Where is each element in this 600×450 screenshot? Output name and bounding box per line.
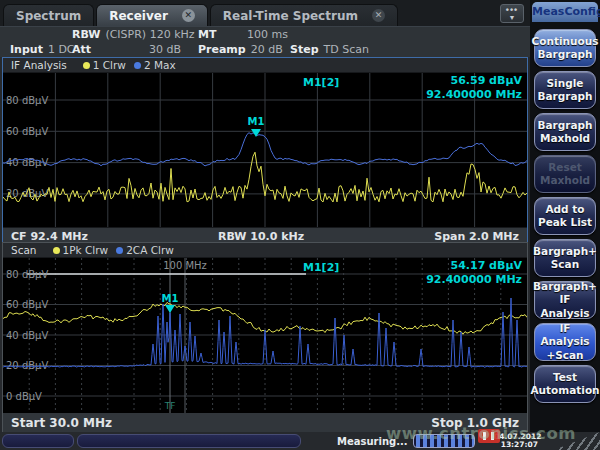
setting-input[interactable]: Input1 DC: [10, 43, 75, 56]
tab-real-time-spectrum[interactable]: Real-Time Spectrum✕: [210, 4, 398, 26]
softkey-add-to-peak-list[interactable]: Add to Peak List: [534, 197, 596, 235]
chevron-down-icon: ▼: [509, 14, 516, 21]
svg-text:60 dBµV: 60 dBµV: [6, 299, 48, 310]
tab-label: Receiver: [109, 9, 168, 23]
status-field-1: [2, 434, 74, 448]
setting-att[interactable]: Att30 dB: [72, 43, 181, 56]
trace-color-dot-icon: [53, 247, 60, 254]
softkey-label: Reset Maxhold: [536, 161, 594, 187]
start-freq-readout[interactable]: Start 30.0 MHz: [11, 416, 112, 430]
setting-label: Step: [290, 43, 319, 56]
date-time: 04.07.2012 13:27:07: [494, 433, 538, 449]
setting-rbw[interactable]: RBW(CISPR) 120 kHz: [72, 28, 195, 41]
tab-overflow-dots-icon: •••: [506, 7, 518, 14]
setting-mt[interactable]: MT100 ms: [198, 28, 288, 41]
softkey-bargraph-scan[interactable]: Bargraph+ Scan: [534, 239, 596, 277]
svg-text:80 dBµV: 80 dBµV: [6, 95, 48, 106]
marker-freq-readout: 92.400000 MHz: [426, 273, 522, 286]
softkey-label: IF Analysis +Scan: [536, 322, 594, 361]
span-readout[interactable]: Span 2.0 MHz: [434, 230, 519, 243]
setting-value: 100 ms: [247, 28, 288, 41]
scan-header: Scan 1Pk Clrw2CA Clrw: [3, 243, 527, 258]
cf-readout[interactable]: CF 92.4 MHz: [11, 230, 88, 243]
marker-level-readout: 56.59 dBµV: [451, 74, 523, 87]
svg-text:M1: M1: [162, 293, 179, 304]
status-field-2: [77, 434, 301, 448]
setting-label: Preamp: [198, 43, 246, 56]
softkey-if-analysis-scan[interactable]: IF Analysis +Scan: [534, 323, 596, 361]
softkey-label: Single Bargraph: [536, 77, 594, 103]
trace-color-dot-icon: [83, 62, 90, 69]
if-analysis-window: IF Analysis 1 Clrw2 Max 80 dBµV60 dBµV40…: [2, 57, 528, 242]
scan-window: Scan 1Pk Clrw2CA Clrw 80 dBµV60 dBµV40 d…: [2, 242, 528, 432]
scan-trace-1: 1Pk Clrw: [53, 244, 109, 256]
setting-value: TD Scan: [324, 43, 369, 56]
rbw-readout[interactable]: RBW 10.0 kHz: [218, 230, 304, 243]
svg-text:100 MHz: 100 MHz: [163, 260, 207, 271]
close-icon[interactable]: ✕: [372, 9, 385, 22]
scan-progress-bar: [413, 434, 475, 448]
trace-color-dot-icon: [134, 62, 141, 69]
softkey-single-bargraph[interactable]: Single Bargraph: [534, 71, 596, 109]
trace-label: 1 Clrw: [93, 59, 126, 71]
status-bar: Measuring... 04.07.2012 13:27:07: [0, 432, 600, 450]
setting-value: (CISPR) 120 kHz: [105, 28, 194, 41]
setting-label: RBW: [72, 28, 100, 41]
setting-value: 1 DC: [48, 43, 75, 56]
marker-name: M1[2]: [303, 261, 339, 274]
if-trace-legend: 1 Clrw2 Max: [83, 59, 184, 71]
marker-freq-readout: 92.400000 MHz: [426, 88, 522, 101]
svg-text:0 dBµV: 0 dBµV: [6, 391, 42, 402]
scan-footer: Start 30.0 MHz Stop 1.0 GHz: [3, 413, 527, 432]
trace-label: 2CA Clrw: [126, 244, 174, 256]
svg-text:TF: TF: [164, 401, 176, 411]
svg-text:40 dBµV: 40 dBµV: [6, 330, 48, 341]
softkey-label: Bargraph Maxhold: [536, 119, 594, 145]
scan-trace-legend: 1Pk Clrw2CA Clrw: [53, 244, 182, 256]
svg-text:80 dBµV: 80 dBµV: [6, 269, 48, 280]
scan-trace-2: 2CA Clrw: [116, 244, 174, 256]
softkey-panel: MeasConfig Continuous BargraphSingle Bar…: [530, 0, 600, 450]
svg-text:20 dBµV: 20 dBµV: [6, 360, 48, 371]
svg-text:M1: M1: [248, 116, 265, 127]
setting-label: MT: [198, 28, 242, 41]
if-analysis-title: IF Analysis: [11, 59, 67, 71]
softkey-bargraph-maxhold[interactable]: Bargraph Maxhold: [534, 113, 596, 151]
instrument-screen: SpectrumReceiver✕Real-Time Spectrum✕ •••…: [0, 0, 600, 450]
softkey-test-automation[interactable]: Test Automation: [534, 365, 596, 403]
softkey-continuous-bargraph[interactable]: Continuous Bargraph: [534, 29, 596, 67]
tab-spectrum[interactable]: Spectrum: [3, 4, 94, 26]
tab-receiver[interactable]: Receiver✕: [96, 4, 208, 26]
resize-corner-stripes: [554, 432, 600, 450]
tab-bar: SpectrumReceiver✕Real-Time Spectrum✕ •••…: [0, 0, 530, 27]
tab-overflow-button[interactable]: ••• ▼: [500, 4, 524, 23]
marker-name: M1[2]: [303, 76, 339, 89]
trace-label: 2 Max: [144, 59, 176, 71]
setting-step[interactable]: StepTD Scan: [290, 43, 369, 56]
measuring-status: Measuring...: [337, 436, 408, 447]
close-icon[interactable]: ✕: [182, 9, 195, 22]
settings-bar: RBW(CISPR) 120 kHzMT100 msInput1 DCAtt30…: [0, 27, 530, 57]
softkey-menu-title: MeasConfig: [532, 2, 598, 22]
if-trace-1: 1 Clrw: [83, 59, 126, 71]
time-label: 13:27:07: [494, 441, 538, 449]
setting-value: 30 dB: [103, 43, 181, 56]
softkey-label: Bargraph+ Scan: [533, 245, 597, 271]
tab-label: Real-Time Spectrum: [223, 9, 358, 23]
softkey-label: Test Automation: [530, 371, 599, 397]
scan-chart: 80 dBµV60 dBµV40 dBµV20 dBµV0 dBµV100 MH…: [3, 258, 527, 413]
trace-label: 1Pk Clrw: [63, 244, 109, 256]
softkey-reset-maxhold: Reset Maxhold: [534, 155, 596, 193]
svg-text:60 dBµV: 60 dBµV: [6, 126, 48, 137]
stop-freq-readout[interactable]: Stop 1.0 GHz: [431, 416, 519, 430]
softkey-label: Add to Peak List: [536, 203, 594, 229]
setting-value: 20 dB: [251, 43, 283, 56]
setting-label: Att: [72, 43, 98, 56]
trace-color-dot-icon: [116, 247, 123, 254]
softkey-bargraph-if-analysis[interactable]: Bargraph+ IF Analysis: [534, 281, 596, 319]
if-analysis-chart: 80 dBµV60 dBµV40 dBµV20 dBµVM1 M1[2] 56.…: [3, 73, 527, 227]
softkey-label: Continuous Bargraph: [532, 35, 599, 61]
scan-title: Scan: [11, 244, 37, 256]
svg-text:20 dBµV: 20 dBµV: [6, 188, 48, 199]
setting-preamp[interactable]: Preamp20 dB: [198, 43, 283, 56]
